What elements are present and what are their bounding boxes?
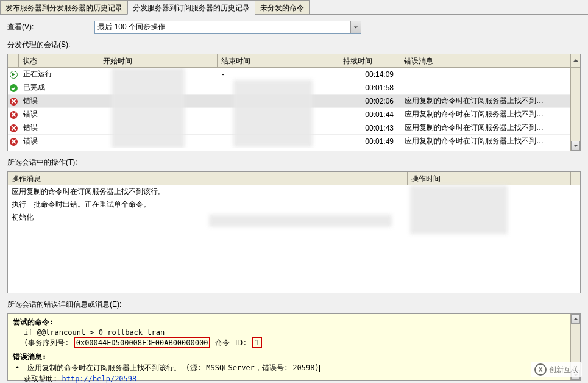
tab-bar: 发布服务器到分发服务器的历史记录 分发服务器到订阅服务器的历史记录 未分发的命令 — [0, 0, 588, 15]
attempted-command-label: 尝试的命令: — [13, 317, 575, 328]
attempted-command-text: if @@trancount > 0 rollback tran — [13, 328, 575, 337]
status-cell: 错误 — [19, 121, 100, 134]
status-cell: 正在运行 — [19, 68, 100, 81]
header-op-time[interactable]: 操作时间 — [408, 172, 570, 185]
tab-unsent-commands[interactable]: 未分发的命令 — [255, 0, 310, 14]
status-cell: 已完成 — [19, 81, 100, 94]
help-link[interactable]: http://help/20598 — [62, 374, 136, 383]
status-icon — [8, 109, 19, 120]
error-details-panel: 尝试的命令: if @@trancount > 0 rollback tran … — [7, 313, 581, 381]
duration-cell: 00:01:49 — [340, 136, 401, 147]
status-icon — [8, 68, 19, 79]
op-msg-cell: 应用复制的命令时在订阅服务器上找不到该行。 — [8, 185, 408, 198]
sessions-scrollbar[interactable] — [570, 68, 580, 151]
text-cursor — [319, 365, 320, 372]
session-row[interactable]: 正在运行-00:14:09 — [8, 68, 580, 81]
seq-value-highlight: 0x00044ED500008F3E00AB00000000 — [74, 337, 211, 348]
header-end-time[interactable]: 结束时间 — [218, 54, 339, 67]
header-status[interactable]: 状态 — [19, 54, 99, 67]
error-message-label: 错误消息: — [13, 352, 575, 362]
transaction-seq-line: (事务序列号: 0x00044ED500008F3E00AB00000000 命… — [13, 337, 575, 348]
operations-header: 操作消息 操作时间 — [8, 172, 580, 185]
cmd-id-label: 命令 ID: — [210, 338, 251, 347]
view-label: 查看(V): — [7, 22, 34, 32]
duration-cell: 00:02:06 — [340, 96, 401, 107]
header-error-msg[interactable]: 错误消息 — [400, 54, 570, 67]
status-cell: 错误 — [19, 135, 100, 148]
operations-label: 所选会话中的操作(T): — [0, 155, 588, 170]
operations-grid: 操作消息 操作时间 应用复制的命令时在订阅服务器上找不到该行。执行一批命令时出错… — [7, 171, 581, 293]
scroll-up-button[interactable] — [570, 54, 580, 67]
end-time-cell: - — [218, 69, 340, 80]
error-message-text: 应用复制的命令时在订阅服务器上找不到该行。 (源: MSSQLServer，错误… — [13, 363, 575, 373]
sessions-label: 分发代理的会话(S): — [0, 37, 588, 52]
help-line: 获取帮助: http://help/20598 — [13, 374, 575, 383]
watermark-text: 创新互联 — [549, 365, 578, 375]
tab-distributor-to-subscriber[interactable]: 分发服务器到订阅服务器的历史记录 — [127, 0, 255, 15]
status-cell: 错误 — [19, 108, 100, 121]
view-dropdown-text: 最后 100 个同步操作 — [95, 21, 350, 34]
details-scroll-up[interactable] — [571, 314, 580, 324]
error-details-label: 所选会话的错误详细信息或消息(E): — [0, 297, 588, 312]
operations-body: 应用复制的命令时在订阅服务器上找不到该行。执行一批命令时出错。正在重试单个命令。… — [8, 185, 580, 293]
seq-label: (事务序列号: — [24, 338, 74, 347]
duration-cell: 00:01:43 — [340, 123, 401, 134]
header-start-time[interactable]: 开始时间 — [99, 54, 218, 67]
error-cell: 应用复制的命令时在订阅服务器上找不到… — [401, 135, 570, 148]
watermark: X 创新互联 — [531, 362, 582, 377]
error-cell: 应用复制的命令时在订阅服务器上找不到… — [401, 121, 570, 134]
status-icon — [8, 135, 19, 146]
tab-publisher-to-distributor[interactable]: 发布服务器到分发服务器的历史记录 — [0, 0, 128, 14]
header-op-msg[interactable]: 操作消息 — [8, 172, 408, 185]
sessions-grid: 状态 开始时间 结束时间 持续时间 错误消息 正在运行-00:14:09已完成0… — [7, 54, 581, 151]
watermark-logo-icon: X — [534, 363, 547, 376]
error-cell: 应用复制的命令时在订阅服务器上找不到… — [401, 108, 570, 121]
chevron-down-icon[interactable] — [350, 21, 361, 33]
status-icon — [8, 95, 19, 106]
help-label: 获取帮助: — [24, 374, 62, 383]
duration-cell: 00:01:44 — [340, 109, 401, 120]
view-row: 查看(V): 最后 100 个同步操作 — [0, 15, 588, 37]
scroll-down-button[interactable] — [571, 141, 580, 151]
duration-cell: 00:14:09 — [340, 69, 401, 80]
op-msg-cell: 执行一批命令时出错。正在重试单个命令。 — [8, 198, 408, 211]
ops-scroll-header — [570, 172, 580, 185]
error-cell — [401, 87, 570, 89]
view-dropdown[interactable]: 最后 100 个同步操作 — [94, 21, 361, 34]
error-cell — [401, 73, 570, 76]
status-icon — [8, 82, 19, 93]
cmd-id-value-highlight: 1 — [252, 337, 262, 348]
header-duration[interactable]: 持续时间 — [339, 54, 400, 67]
header-icon-col[interactable] — [8, 54, 19, 67]
status-cell: 错误 — [19, 95, 100, 107]
sessions-grid-header: 状态 开始时间 结束时间 持续时间 错误消息 — [8, 54, 580, 68]
duration-cell: 00:01:58 — [340, 82, 401, 93]
error-cell: 应用复制的命令时在订阅服务器上找不到… — [401, 95, 570, 107]
status-icon — [8, 122, 19, 133]
sessions-grid-body: 正在运行-00:14:09已完成00:01:58错误00:02:06应用复制的命… — [8, 68, 580, 148]
